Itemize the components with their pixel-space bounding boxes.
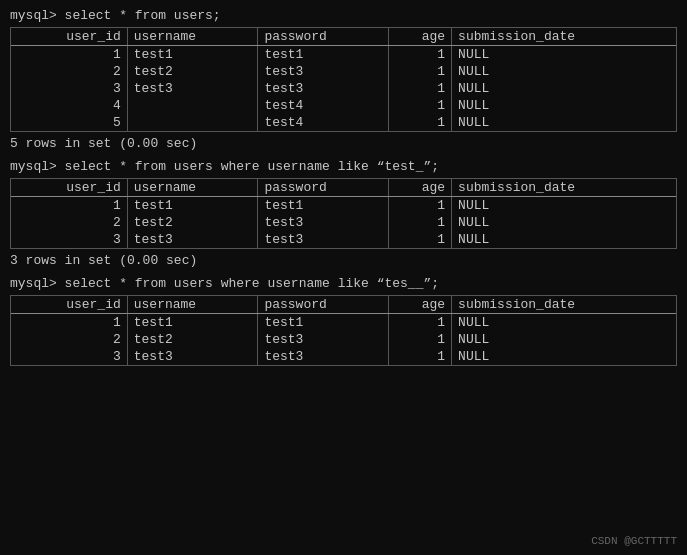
query-block-3: mysql> select * from users where usernam… — [10, 276, 677, 366]
table-row: 3 test3 test3 1 NULL — [11, 348, 676, 365]
query-block-2: mysql> select * from users where usernam… — [10, 159, 677, 268]
prompt-3: mysql> select * from users where usernam… — [10, 276, 677, 291]
col-header-username: username — [127, 28, 258, 46]
result-2: 3 rows in set (0.00 sec) — [10, 253, 677, 268]
table-row: 3 test3 test3 1 NULL — [11, 80, 676, 97]
table-row: 2 test2 test3 1 NULL — [11, 331, 676, 348]
result-1: 5 rows in set (0.00 sec) — [10, 136, 677, 151]
table-row: 3 test3 test3 1 NULL — [11, 231, 676, 248]
prompt-1: mysql> select * from users; — [10, 8, 677, 23]
col-header-userid: user_id — [11, 28, 127, 46]
table-3: user_id username password age submission… — [10, 295, 677, 366]
table-row: 1 test1 test1 1 NULL — [11, 46, 676, 64]
query-block-1: mysql> select * from users; user_id user… — [10, 8, 677, 151]
col-header-age: age — [389, 296, 452, 314]
table-header-row-2: user_id username password age submission… — [11, 179, 676, 197]
col-header-submission: submission_date — [452, 28, 676, 46]
table-1: user_id username password age submission… — [10, 27, 677, 132]
col-header-age: age — [389, 179, 452, 197]
table-header-row-3: user_id username password age submission… — [11, 296, 676, 314]
col-header-username: username — [127, 296, 258, 314]
table-row: 2 test2 test3 1 NULL — [11, 63, 676, 80]
table-row: 1 test1 test1 1 NULL — [11, 197, 676, 215]
table-2: user_id username password age submission… — [10, 178, 677, 249]
col-header-submission: submission_date — [452, 179, 676, 197]
prompt-2: mysql> select * from users where usernam… — [10, 159, 677, 174]
table-row: 4 test4 1 NULL — [11, 97, 676, 114]
table-row: 2 test2 test3 1 NULL — [11, 214, 676, 231]
col-header-password: password — [258, 28, 389, 46]
table-row: 1 test1 test1 1 NULL — [11, 314, 676, 332]
watermark: CSDN @GCTTTTT — [591, 535, 677, 547]
col-header-username: username — [127, 179, 258, 197]
col-header-password: password — [258, 296, 389, 314]
col-header-userid: user_id — [11, 296, 127, 314]
col-header-age: age — [389, 28, 452, 46]
col-header-userid: user_id — [11, 179, 127, 197]
table-row: 5 test4 1 NULL — [11, 114, 676, 131]
table-header-row-1: user_id username password age submission… — [11, 28, 676, 46]
col-header-password: password — [258, 179, 389, 197]
col-header-submission: submission_date — [452, 296, 676, 314]
